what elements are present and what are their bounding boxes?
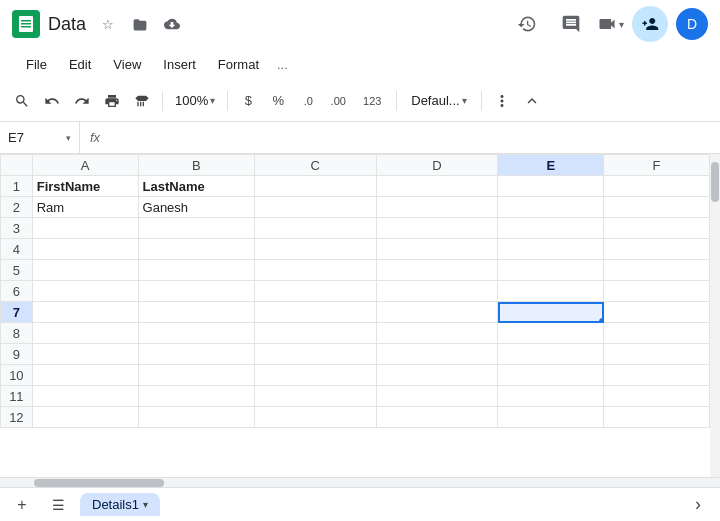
cell-11-D[interactable] — [376, 386, 498, 407]
cell-5-E[interactable] — [498, 260, 604, 281]
more-formats-btn[interactable]: 123 — [354, 87, 390, 115]
row-header-11[interactable]: 11 — [1, 386, 33, 407]
print-btn[interactable] — [98, 87, 126, 115]
row-header-3[interactable]: 3 — [1, 218, 33, 239]
row-header-4[interactable]: 4 — [1, 239, 33, 260]
cell-8-A[interactable] — [32, 323, 138, 344]
cell-11-A[interactable] — [32, 386, 138, 407]
menu-insert[interactable]: Insert — [153, 53, 206, 76]
add-people-button[interactable] — [632, 6, 668, 42]
row-header-9[interactable]: 9 — [1, 344, 33, 365]
cell-10-D[interactable] — [376, 365, 498, 386]
cell-2-B[interactable]: Ganesh — [138, 197, 254, 218]
star-icon[interactable]: ☆ — [94, 10, 122, 38]
cell-7-E[interactable] — [498, 302, 604, 323]
cell-12-C[interactable] — [254, 407, 376, 428]
cell-12-A[interactable] — [32, 407, 138, 428]
row-header-6[interactable]: 6 — [1, 281, 33, 302]
meet-button[interactable]: ▾ — [597, 14, 624, 34]
cell-5-B[interactable] — [138, 260, 254, 281]
user-avatar[interactable]: D — [676, 8, 708, 40]
cell-12-D[interactable] — [376, 407, 498, 428]
cell-6-F[interactable] — [604, 281, 710, 302]
cell-3-E[interactable] — [498, 218, 604, 239]
row-header-7[interactable]: 7 — [1, 302, 33, 323]
cell-2-C[interactable] — [254, 197, 376, 218]
cell-10-A[interactable] — [32, 365, 138, 386]
search-toolbar-btn[interactable] — [8, 87, 36, 115]
cell-3-B[interactable] — [138, 218, 254, 239]
undo-btn[interactable] — [38, 87, 66, 115]
cloud-save-icon[interactable] — [158, 10, 186, 38]
cell-6-E[interactable] — [498, 281, 604, 302]
horizontal-scrollbar[interactable] — [30, 478, 710, 487]
col-header-b[interactable]: B — [138, 155, 254, 176]
navigate-right-button[interactable]: › — [684, 491, 712, 519]
redo-btn[interactable] — [68, 87, 96, 115]
cell-11-C[interactable] — [254, 386, 376, 407]
cell-9-C[interactable] — [254, 344, 376, 365]
menu-more[interactable]: ... — [271, 53, 294, 76]
cell-6-D[interactable] — [376, 281, 498, 302]
cell-3-A[interactable] — [32, 218, 138, 239]
row-header-8[interactable]: 8 — [1, 323, 33, 344]
sheet-tab-details1[interactable]: Details1 ▾ — [80, 493, 160, 516]
decimal-increase-btn[interactable]: .00 — [324, 87, 352, 115]
percent-format-btn[interactable]: % — [264, 87, 292, 115]
cell-8-E[interactable] — [498, 323, 604, 344]
cell-4-A[interactable] — [32, 239, 138, 260]
cell-1-D[interactable] — [376, 176, 498, 197]
vertical-scrollbar[interactable] — [710, 154, 720, 477]
cell-10-C[interactable] — [254, 365, 376, 386]
row-header-2[interactable]: 2 — [1, 197, 33, 218]
cell-3-F[interactable] — [604, 218, 710, 239]
cell-9-E[interactable] — [498, 344, 604, 365]
cell-7-C[interactable] — [254, 302, 376, 323]
cell-10-F[interactable] — [604, 365, 710, 386]
menu-format[interactable]: Format — [208, 53, 269, 76]
cell-1-C[interactable] — [254, 176, 376, 197]
cell-10-E[interactable] — [498, 365, 604, 386]
font-family-selector[interactable]: Defaul... ▾ — [403, 90, 474, 111]
cell-7-D[interactable] — [376, 302, 498, 323]
row-header-1[interactable]: 1 — [1, 176, 33, 197]
col-header-d[interactable]: D — [376, 155, 498, 176]
cell-12-E[interactable] — [498, 407, 604, 428]
cell-1-A[interactable]: FirstName — [32, 176, 138, 197]
cell-6-B[interactable] — [138, 281, 254, 302]
move-to-folder-icon[interactable] — [126, 10, 154, 38]
paint-format-btn[interactable] — [128, 87, 156, 115]
all-sheets-button[interactable]: ☰ — [44, 491, 72, 519]
cell-11-E[interactable] — [498, 386, 604, 407]
cell-9-F[interactable] — [604, 344, 710, 365]
zoom-selector[interactable]: 100% ▾ — [169, 90, 221, 111]
cell-6-C[interactable] — [254, 281, 376, 302]
cell-9-D[interactable] — [376, 344, 498, 365]
cell-2-D[interactable] — [376, 197, 498, 218]
menu-file[interactable]: File — [16, 53, 57, 76]
menu-edit[interactable]: Edit — [59, 53, 101, 76]
row-header-5[interactable]: 5 — [1, 260, 33, 281]
cell-8-F[interactable] — [604, 323, 710, 344]
history-icon[interactable] — [509, 6, 545, 42]
cell-2-E[interactable] — [498, 197, 604, 218]
doc-title[interactable]: Data — [48, 14, 86, 35]
cell-12-B[interactable] — [138, 407, 254, 428]
cell-5-D[interactable] — [376, 260, 498, 281]
row-header-10[interactable]: 10 — [1, 365, 33, 386]
add-sheet-button[interactable]: + — [8, 491, 36, 519]
cell-1-E[interactable] — [498, 176, 604, 197]
cell-reference-box[interactable]: E7 ▾ — [0, 122, 80, 153]
cell-12-F[interactable] — [604, 407, 710, 428]
cell-9-B[interactable] — [138, 344, 254, 365]
cell-4-B[interactable] — [138, 239, 254, 260]
cell-4-E[interactable] — [498, 239, 604, 260]
toolbar-collapse-btn[interactable] — [518, 87, 546, 115]
cell-5-F[interactable] — [604, 260, 710, 281]
cell-9-A[interactable] — [32, 344, 138, 365]
cell-11-F[interactable] — [604, 386, 710, 407]
fill-handle[interactable] — [599, 318, 604, 323]
cell-2-A[interactable]: Ram — [32, 197, 138, 218]
row-header-12[interactable]: 12 — [1, 407, 33, 428]
cell-8-C[interactable] — [254, 323, 376, 344]
